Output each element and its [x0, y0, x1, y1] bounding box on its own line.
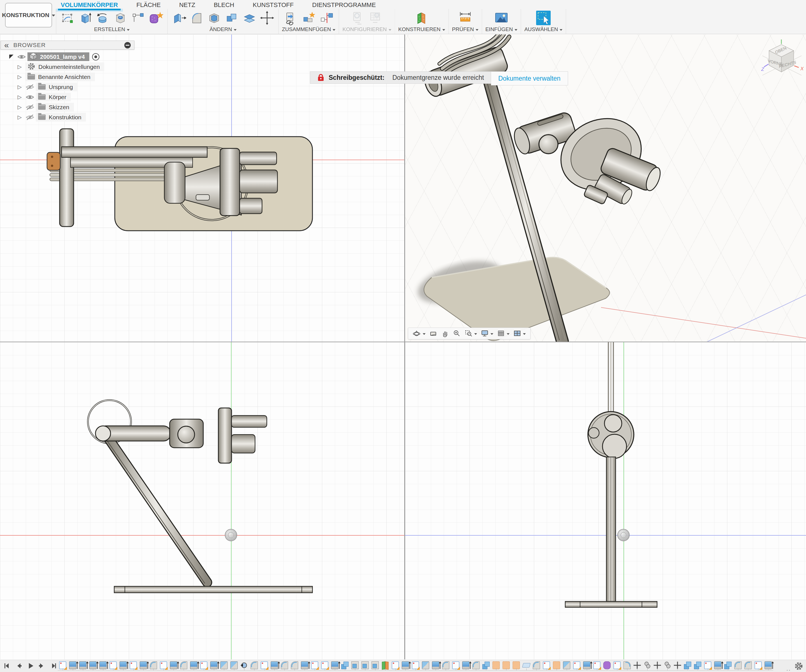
timeline-feature-extrude-icon[interactable] — [461, 660, 471, 672]
viewports-icon[interactable] — [512, 330, 527, 337]
fillet-icon[interactable] — [189, 10, 204, 26]
timeline-feature-combine-icon[interactable] — [682, 660, 693, 672]
visibility-on-icon[interactable] — [17, 53, 26, 60]
revolve-icon[interactable] — [95, 10, 111, 26]
timeline-settings-gear-icon[interactable] — [794, 662, 803, 670]
timeline-feature-extrude-icon[interactable] — [78, 660, 88, 672]
extrude-icon[interactable] — [77, 10, 93, 26]
timeline-feature-sketch-icon[interactable] — [320, 660, 330, 672]
timeline-feature-sketch-icon[interactable] — [753, 660, 763, 672]
step-forward-button[interactable] — [38, 662, 46, 670]
erstellen-menu[interactable]: ERSTELLEN — [59, 26, 164, 34]
browser-row[interactable]: Benannte Ansichten — [0, 73, 134, 81]
timeline-feature-extrude-icon[interactable] — [209, 660, 219, 672]
construction-dropdown[interactable]: KONSTRUKTION — [5, 3, 52, 27]
browser-row[interactable]: Dokumenteinstellungen — [0, 63, 134, 71]
timeline-feature-extrude-icon[interactable] — [138, 660, 149, 672]
browser-row[interactable]: Körper — [0, 92, 134, 101]
timeline-feature-move-icon[interactable] — [632, 660, 642, 672]
timeline-feature-fillet-icon[interactable] — [743, 660, 753, 672]
zoom-icon[interactable] — [452, 330, 462, 337]
timeline-feature-extrude-icon[interactable] — [88, 660, 98, 672]
timeline-feature-loft-icon[interactable] — [622, 660, 632, 672]
tab-netz[interactable]: NETZ — [178, 0, 196, 10]
timeline-feature-fillet-icon[interactable] — [289, 660, 299, 672]
timeline-feature-sketch-icon[interactable] — [58, 660, 68, 672]
construct-plane-icon[interactable] — [414, 10, 429, 26]
timeline-feature-sketch-icon[interactable] — [128, 660, 138, 672]
timeline-feature-sketch-icon[interactable] — [451, 660, 461, 672]
timeline-feature-reverse-icon[interactable] — [239, 660, 249, 672]
timeline-feature-fillet-icon[interactable] — [441, 660, 451, 672]
expand-arrow-icon[interactable] — [7, 54, 15, 59]
timeline-feature-sketch-icon[interactable] — [159, 660, 168, 672]
timeline-feature-sketch-icon[interactable] — [542, 660, 552, 672]
tab-dienstprogramme[interactable]: DIENSTPROGRAMME — [312, 0, 376, 10]
timeline-feature-patch-icon[interactable] — [511, 660, 521, 672]
timeline-feature-fillet-icon[interactable] — [249, 660, 259, 672]
timeline-feature-offset-icon[interactable] — [421, 660, 431, 672]
timeline-feature-extrude-icon[interactable] — [330, 660, 340, 672]
timeline-feature-sketch-icon[interactable] — [199, 660, 209, 672]
visibility-off-icon[interactable] — [25, 104, 35, 111]
timeline-feature-form-icon[interactable] — [602, 660, 612, 672]
expand-arrow-icon[interactable] — [16, 64, 23, 70]
offset-face-icon[interactable] — [241, 10, 257, 26]
timeline-feature-extrude-icon[interactable] — [431, 660, 441, 672]
timeline-feature-extrude-icon[interactable] — [168, 660, 178, 672]
timeline-feature-fillet-icon[interactable] — [178, 660, 189, 672]
thread-icon[interactable] — [130, 10, 146, 26]
konfigurieren-menu[interactable]: KONFIGURIEREN — [342, 26, 391, 34]
manage-documents-button[interactable]: Dokumente verwalten — [491, 71, 568, 86]
timeline-feature-offset-icon[interactable] — [229, 660, 239, 672]
timeline-feature-patch-icon[interactable] — [491, 660, 501, 672]
viewport-side-view[interactable] — [0, 342, 404, 659]
minimize-panel-icon[interactable] — [124, 42, 131, 48]
display-settings-icon[interactable] — [480, 330, 494, 337]
visibility-off-icon[interactable] — [25, 114, 35, 121]
tab-volumenkoerper[interactable]: VOLUMENKÖRPER — [60, 0, 119, 10]
timeline-feature-sketch-icon[interactable] — [410, 660, 421, 672]
expand-arrow-icon[interactable] — [16, 104, 23, 110]
pan-icon[interactable] — [440, 330, 450, 337]
viewport-front-view[interactable] — [405, 342, 806, 659]
timeline-feature-align-icon[interactable] — [642, 660, 652, 672]
timeline-feature-offset-icon[interactable] — [562, 660, 571, 672]
insert-derive-icon[interactable] — [283, 10, 299, 26]
timeline-feature-extrude-icon[interactable] — [118, 660, 128, 672]
origin-handle[interactable] — [617, 529, 629, 541]
timeline-feature-extrude-icon[interactable] — [400, 660, 410, 672]
timeline-feature-sketch-icon[interactable] — [259, 660, 269, 672]
timeline-feature-fillet-icon[interactable] — [531, 660, 542, 672]
timeline-feature-fillet-icon[interactable] — [733, 660, 743, 672]
timeline-feature-extrude-icon[interactable] — [68, 660, 78, 672]
hole-icon[interactable] — [112, 10, 128, 26]
visibility-on-icon[interactable] — [25, 94, 35, 101]
timeline-feature-move-icon[interactable] — [652, 660, 662, 672]
timeline-track[interactable] — [58, 660, 773, 672]
expand-arrow-icon[interactable] — [16, 114, 23, 120]
timeline-feature-extrude-icon[interactable] — [98, 660, 108, 672]
collapse-panel-icon[interactable]: « — [4, 42, 9, 48]
create-sketch-icon[interactable] — [59, 10, 75, 26]
tab-kunststoff[interactable]: KUNSTSTOFF — [252, 0, 294, 10]
timeline-feature-patch-icon[interactable] — [501, 660, 511, 672]
tab-blech[interactable]: BLECH — [213, 0, 235, 10]
press-pull-icon[interactable] — [171, 10, 187, 26]
timeline-feature-patch-icon[interactable] — [552, 660, 562, 672]
timeline-feature-extrude-icon[interactable] — [713, 660, 723, 672]
measure-icon[interactable] — [457, 10, 474, 26]
timeline-feature-sketch-icon[interactable] — [571, 660, 582, 672]
zoom-window-icon[interactable] — [464, 330, 478, 337]
orbit-icon[interactable] — [411, 330, 427, 337]
timeline-feature-fillet-icon[interactable] — [279, 660, 289, 672]
timeline-feature-extrude-icon[interactable] — [299, 660, 310, 672]
step-back-button[interactable] — [15, 662, 22, 670]
canvas-icon[interactable] — [493, 10, 510, 26]
timeline-feature-sketch-icon[interactable] — [310, 660, 320, 672]
einfuegen-menu[interactable]: EINFÜGEN — [486, 26, 517, 34]
browser-row[interactable]: Ursprung — [0, 83, 134, 91]
timeline-feature-sketch-icon[interactable] — [592, 660, 602, 672]
go-to-start-button[interactable] — [3, 662, 11, 670]
browser-item[interactable]: Konstruktion — [36, 113, 86, 122]
